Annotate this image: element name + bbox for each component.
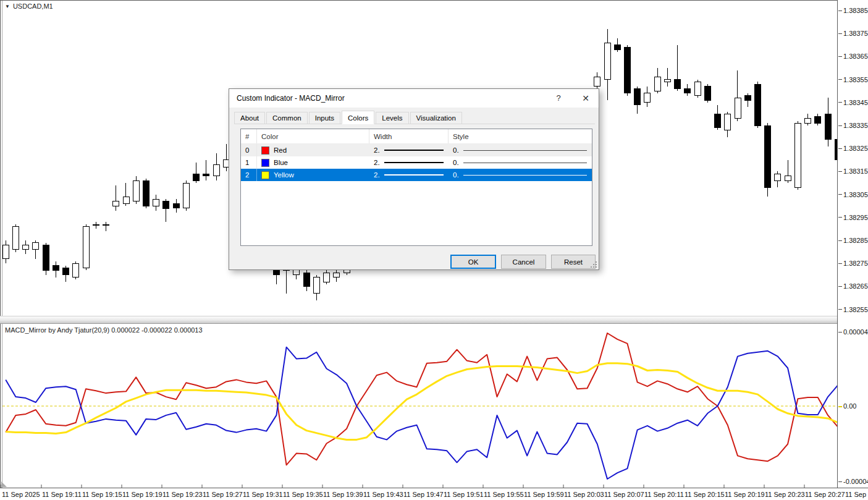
cancel-button[interactable]: Cancel — [501, 255, 546, 269]
candle — [203, 160, 209, 181]
candle — [23, 240, 29, 254]
candle — [103, 222, 109, 231]
price-axis[interactable]: 1.383851.383751.383651.383551.383451.383… — [837, 0, 868, 488]
dialog-resize-grip[interactable] — [591, 261, 597, 268]
time-axis-label: 11 Sep 20:15 — [685, 491, 725, 498]
custom-indicator-dialog: Custom Indicator - MACD_Mirror ? ✕ About… — [229, 88, 599, 270]
column-header-style[interactable]: Style — [449, 129, 592, 143]
time-axis-label: 11 Sep 19:31 — [243, 491, 283, 498]
time-axis-label: 11 Sep 20:11 — [644, 491, 684, 498]
tab-colors[interactable]: Colors — [342, 111, 374, 124]
yellow-color-swatch[interactable] — [261, 171, 269, 179]
price-tick — [838, 309, 842, 310]
candle — [324, 270, 330, 284]
candle — [183, 180, 189, 210]
price-tick — [838, 240, 842, 241]
candle — [133, 176, 139, 204]
candle — [664, 68, 670, 87]
tab-inputs[interactable]: Inputs — [309, 112, 340, 124]
price-axis-label: 1.38305 — [843, 191, 868, 198]
candle — [123, 183, 129, 206]
candle — [2, 240, 9, 263]
color-name: Blue — [274, 159, 288, 166]
time-axis[interactable]: 11 Sep 202511 Sep 19:1111 Sep 19:1511 Se… — [0, 488, 868, 500]
time-axis-label: 11 Sep 20:19 — [725, 491, 765, 498]
candle — [794, 121, 801, 190]
price-axis-label: 1.38375 — [843, 30, 868, 37]
price-tick — [838, 33, 842, 34]
colors-table-header: # Color Width Style — [241, 129, 592, 144]
time-axis-label: 11 Sep 19:43 — [363, 491, 403, 498]
candle — [303, 270, 310, 290]
time-axis-label: 11 Sep 19:51 — [444, 491, 484, 498]
price-tick — [838, 56, 842, 57]
indicator-axis-label: 0.000048 — [843, 328, 868, 336]
candle — [755, 82, 761, 127]
candle — [825, 98, 831, 146]
indicator-axis-label: -0.000048 — [843, 478, 868, 485]
red-color-swatch[interactable] — [261, 146, 269, 155]
candle — [785, 160, 791, 183]
style-preview-line — [463, 163, 587, 163]
dialog-tab-strip: About Common Inputs Colors Levels Visual… — [234, 111, 595, 124]
symbol-dropdown-icon[interactable]: ▼ — [5, 4, 10, 9]
indicator-tick — [838, 332, 842, 333]
price-axis-label: 1.38385 — [843, 7, 868, 14]
blue-color-swatch[interactable] — [261, 159, 269, 167]
width-preview-line — [384, 162, 444, 163]
price-axis-label: 1.38275 — [843, 260, 868, 267]
ok-button[interactable]: OK — [450, 255, 496, 269]
candle — [735, 70, 741, 121]
candle — [313, 275, 319, 300]
column-header-width[interactable]: Width — [369, 129, 449, 143]
candle — [173, 199, 179, 213]
price-tick — [838, 148, 842, 149]
time-axis-label: 11 Sep 19:47 — [403, 491, 444, 498]
price-axis-label: 1.38335 — [843, 122, 868, 129]
column-header-index[interactable]: # — [241, 129, 257, 143]
color-row-blue[interactable]: 1 Blue 2. 0. — [241, 156, 592, 169]
candle — [143, 179, 149, 208]
candle — [334, 270, 340, 282]
color-row-yellow-selected[interactable]: 2 Yellow 2. 0. — [241, 169, 592, 181]
reset-button[interactable]: Reset — [551, 255, 596, 269]
help-button[interactable]: ? — [549, 89, 568, 108]
price-tick — [838, 263, 842, 264]
macd-indicator-canvas[interactable] — [0, 323, 838, 488]
candle — [805, 114, 811, 125]
tab-about[interactable]: About — [234, 112, 265, 124]
column-header-color[interactable]: Color — [257, 129, 369, 143]
width-preview-line — [384, 174, 444, 176]
time-axis-label: 11 Sep 19:15 — [82, 491, 122, 498]
panel-resize-grip[interactable] — [1, 481, 7, 487]
dialog-titlebar[interactable]: Custom Indicator - MACD_Mirror ? ✕ — [229, 89, 599, 108]
candle — [614, 38, 620, 52]
tab-visualization[interactable]: Visualization — [410, 112, 462, 124]
color-name: Yellow — [274, 171, 294, 179]
style-preview-line — [463, 150, 587, 151]
time-axis-label: 11 Sep 20:27 — [805, 491, 845, 498]
candle — [113, 185, 119, 211]
subwindow-splitter[interactable] — [0, 316, 868, 323]
candle — [625, 45, 631, 96]
price-tick — [838, 171, 842, 172]
price-axis-label: 1.38265 — [843, 282, 868, 290]
candle — [604, 29, 610, 100]
time-axis-label: 11 Sep 19:35 — [283, 491, 323, 498]
candle — [53, 261, 59, 278]
price-tick — [838, 102, 842, 103]
tab-levels[interactable]: Levels — [376, 112, 408, 124]
time-axis-label: 11 Sep 19:11 — [42, 491, 82, 498]
price-tick — [838, 217, 842, 218]
macd-line-red — [6, 333, 838, 465]
color-row-red[interactable]: 0 Red 2. 0. — [241, 144, 592, 156]
candle — [213, 153, 219, 181]
candle — [685, 84, 691, 96]
dialog-title: Custom Indicator - MACD_Mirror — [237, 89, 345, 108]
price-axis-label: 1.38365 — [843, 53, 868, 60]
price-axis-label: 1.38355 — [843, 76, 868, 83]
candle — [765, 123, 771, 197]
tab-common[interactable]: Common — [266, 112, 308, 124]
close-icon[interactable]: ✕ — [575, 89, 596, 108]
candle — [193, 163, 200, 184]
